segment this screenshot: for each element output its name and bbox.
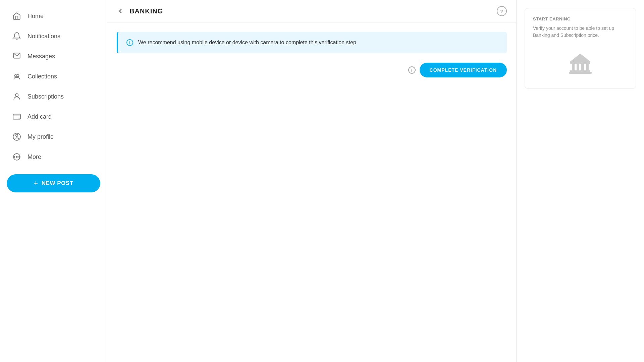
svg-rect-22: [570, 70, 590, 72]
back-button[interactable]: [117, 7, 124, 15]
profile-icon: [12, 132, 21, 141]
help-button[interactable]: ?: [497, 6, 507, 16]
sidebar-item-my-profile[interactable]: My profile: [3, 127, 104, 146]
right-panel: START EARNING Verify your account to be …: [517, 0, 644, 362]
sidebar-label-my-profile: My profile: [28, 133, 54, 140]
svg-rect-5: [13, 114, 20, 119]
sidebar-item-messages[interactable]: Messages: [3, 47, 104, 66]
info-box: We recommend using mobile device or devi…: [117, 32, 507, 53]
main-content: BANKING ? We recommend using mobile devi…: [107, 0, 517, 362]
card-icon: [12, 112, 21, 121]
svg-point-2: [17, 75, 19, 77]
sidebar-item-add-card[interactable]: Add card: [3, 107, 104, 126]
help-label: ?: [500, 8, 503, 14]
bell-icon: [12, 32, 21, 41]
sidebar: Home Notifications Messages Coll: [0, 0, 107, 362]
sidebar-item-home[interactable]: Home: [3, 7, 104, 25]
svg-rect-25: [581, 64, 584, 70]
svg-point-3: [15, 94, 18, 97]
svg-rect-21: [570, 62, 590, 64]
info-message: We recommend using mobile device or devi…: [138, 39, 356, 47]
plus-icon: +: [34, 180, 38, 187]
complete-verification-button[interactable]: COMPLETE VERIFICATION: [420, 63, 507, 77]
person-icon: [12, 92, 21, 101]
bank-icon-container: [533, 47, 628, 80]
svg-rect-28: [569, 72, 592, 74]
svg-rect-26: [586, 64, 589, 70]
sidebar-label-notifications: Notifications: [28, 33, 60, 40]
info-circle-icon: [126, 39, 133, 46]
header-left: BANKING: [117, 7, 163, 15]
start-earning-description: Verify your account to be able to set up…: [533, 25, 628, 39]
new-post-label: NEW POST: [42, 180, 73, 187]
content-area: We recommend using mobile device or devi…: [107, 22, 516, 362]
bank-icon: [567, 50, 594, 77]
sidebar-item-notifications[interactable]: Notifications: [3, 27, 104, 46]
sidebar-label-more: More: [28, 154, 41, 161]
sidebar-item-collections[interactable]: Collections: [3, 67, 104, 86]
svg-point-15: [16, 156, 17, 157]
start-earning-title: START EARNING: [533, 16, 628, 21]
sidebar-item-more[interactable]: More: [3, 147, 104, 166]
page-title: BANKING: [129, 7, 163, 15]
svg-rect-23: [572, 64, 575, 70]
svg-marker-27: [570, 54, 591, 62]
svg-rect-24: [577, 64, 579, 70]
sidebar-label-messages: Messages: [28, 53, 55, 60]
svg-point-10: [16, 134, 18, 136]
new-post-button[interactable]: + NEW POST: [7, 174, 100, 192]
message-icon: [12, 52, 21, 61]
verification-row: i COMPLETE VERIFICATION: [117, 63, 507, 77]
start-earning-card: START EARNING Verify your account to be …: [525, 8, 636, 89]
home-icon: [12, 11, 21, 21]
page-header: BANKING ?: [107, 0, 516, 22]
sidebar-label-collections: Collections: [28, 73, 57, 80]
sidebar-item-subscriptions[interactable]: Subscriptions: [3, 87, 104, 106]
collections-icon: [12, 72, 21, 81]
verification-info-icon[interactable]: i: [408, 66, 416, 74]
sidebar-label-add-card: Add card: [28, 113, 52, 120]
more-icon: [12, 152, 21, 162]
sidebar-label-subscriptions: Subscriptions: [28, 93, 64, 100]
sidebar-label-home: Home: [28, 13, 44, 20]
